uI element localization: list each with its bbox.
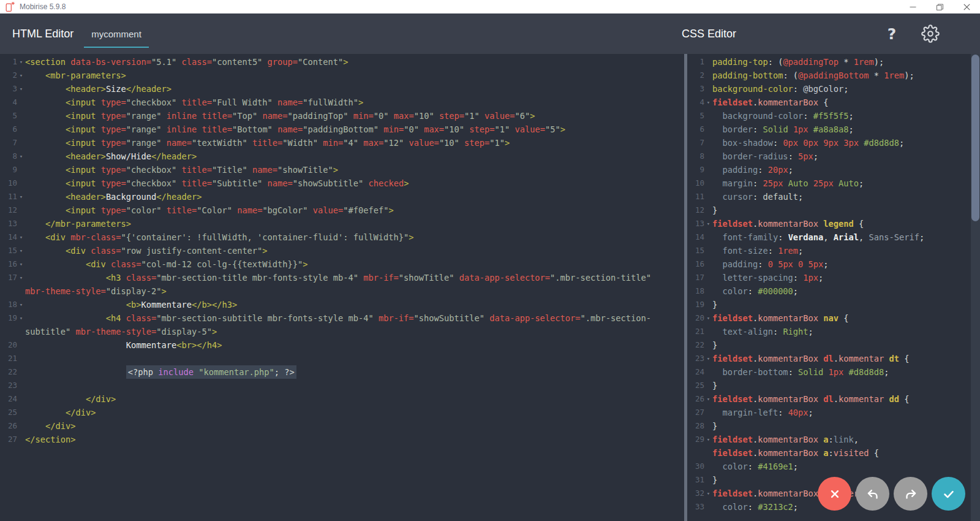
code-line[interactable]: 19▾ <h4 class="mbr-section-subtitle mbr-… [0, 311, 684, 325]
fold-arrow-icon[interactable]: ▾ [17, 230, 25, 244]
code-text[interactable]: } [712, 379, 980, 392]
fold-arrow-icon[interactable]: ▾ [17, 257, 25, 271]
code-text[interactable]: background-color: @bgColor; [712, 82, 980, 96]
cancel-button[interactable] [818, 477, 851, 511]
fold-arrow-icon[interactable]: ▾ [17, 311, 25, 325]
fold-arrow-icon[interactable]: ▾ [17, 271, 25, 284]
code-line[interactable]: fieldset.kommentarBox a:visited { [687, 446, 980, 460]
fold-arrow-icon[interactable]: ▾ [704, 217, 712, 230]
code-text[interactable]: <?php include "kommentar.php"; ?> [25, 365, 684, 379]
fold-arrow-icon[interactable]: ▾ [17, 69, 25, 82]
code-line[interactable]: 25} [687, 379, 980, 392]
code-line[interactable]: 26 </div> [0, 419, 684, 433]
code-text[interactable]: <header>Show/Hide</header> [25, 150, 684, 163]
code-text[interactable]: <input type="range" name="textWidth" tit… [25, 136, 684, 150]
code-line[interactable]: 13 </mbr-parameters> [0, 217, 684, 230]
code-line[interactable]: 17▾ <h3 class="mbr-section-title mbr-fon… [0, 271, 684, 284]
code-text[interactable]: </div> [25, 392, 684, 406]
redo-button[interactable] [894, 477, 927, 511]
code-line[interactable]: 27</section> [0, 433, 684, 446]
maximize-button[interactable] [926, 0, 953, 13]
fold-arrow-icon[interactable]: ▾ [704, 352, 712, 365]
code-text[interactable]: } [712, 298, 980, 311]
code-line[interactable]: 2▾ <mbr-parameters> [0, 69, 684, 82]
tab-mycomment[interactable]: mycomment [84, 21, 149, 48]
code-line[interactable]: 2padding-bottom: (@paddingBottom * 1rem)… [687, 69, 980, 82]
code-text[interactable]: letter-spacing: 1px; [712, 271, 980, 284]
code-text[interactable]: <div mbr-class="{'container': !fullWidth… [25, 230, 684, 244]
code-text[interactable]: padding: 0 5px 0 5px; [712, 257, 980, 271]
fold-arrow-icon[interactable]: ▾ [704, 487, 712, 500]
code-line[interactable]: 11▾ <header>Background</header> [0, 190, 684, 203]
code-line[interactable]: 10 <input type="checkbox" title="Subtitl… [0, 177, 684, 190]
code-line[interactable]: 7 box-shadow: 0px 0px 9px 3px #d8d8d8; [687, 136, 980, 150]
code-line[interactable]: 21 [0, 352, 684, 365]
code-text[interactable]: <input type="range" inline title="Bottom… [25, 123, 684, 136]
code-text[interactable]: Kommentare<br></h4> [25, 338, 684, 352]
css-scrollbar-track[interactable] [971, 54, 980, 521]
code-text[interactable]: <h3 class="mbr-section-title mbr-fonts-s… [25, 271, 684, 284]
undo-button[interactable] [856, 477, 889, 511]
fold-arrow-icon[interactable]: ▾ [17, 82, 25, 96]
code-text[interactable]: padding-bottom: (@paddingBottom * 1rem); [712, 69, 980, 82]
code-text[interactable]: <header>Size</header> [25, 82, 684, 96]
code-line[interactable]: 3background-color: @bgColor; [687, 82, 980, 96]
code-line[interactable]: 13▾fieldset.kommentarBox legend { [687, 217, 980, 230]
help-icon[interactable]: ? [882, 13, 902, 54]
code-line[interactable]: subtitle" mbr-theme-style="display-5"> [0, 325, 684, 338]
code-text[interactable]: <b>Kommentare</b></h3> [25, 298, 684, 311]
code-text[interactable]: padding-top: (@paddingTop * 1rem); [712, 55, 980, 69]
code-text[interactable]: <section data-bs-version="5.1" class="co… [25, 55, 684, 69]
code-text[interactable]: } [712, 419, 980, 433]
code-text[interactable]: margin: 25px Auto 25px Auto; [712, 177, 980, 190]
code-text[interactable]: text-align: Right; [712, 325, 980, 338]
code-line[interactable]: 12} [687, 203, 980, 217]
code-line[interactable]: 22} [687, 338, 980, 352]
fold-arrow-icon[interactable]: ▾ [704, 96, 712, 109]
code-text[interactable]: } [712, 203, 980, 217]
code-line[interactable]: 3▾ <header>Size</header> [0, 82, 684, 96]
css-scrollbar-thumb[interactable] [971, 55, 979, 221]
code-text[interactable]: fieldset.kommentarBox { [712, 96, 980, 109]
code-line[interactable]: 16 padding: 0 5px 0 5px; [687, 257, 980, 271]
code-line[interactable]: 12 <input type="color" title="Color" nam… [0, 203, 684, 217]
css-editor-pane[interactable]: 1padding-top: (@paddingTop * 1rem);2padd… [687, 54, 980, 521]
code-text[interactable]: <input type="checkbox" title="Title" nam… [25, 163, 684, 177]
code-text[interactable]: color: #4169e1; [712, 460, 980, 473]
code-text[interactable]: <input type="color" title="Color" name="… [25, 203, 684, 217]
code-line[interactable]: 10 margin: 25px Auto 25px Auto; [687, 177, 980, 190]
code-text[interactable]: box-shadow: 0px 0px 9px 3px #d8d8d8; [712, 136, 980, 150]
code-line[interactable]: 16▾ <div class="col-md-12 col-lg-{{textW… [0, 257, 684, 271]
code-line[interactable]: 14▾ <div mbr-class="{'container': !fullW… [0, 230, 684, 244]
code-line[interactable]: 18▾ <b>Kommentare</b></h3> [0, 298, 684, 311]
code-line[interactable]: 20▾fieldset.kommentarBox nav { [687, 311, 980, 325]
code-line[interactable]: mbr-theme-style="display-2"> [0, 284, 684, 298]
code-line[interactable]: 24 border-bottom: Solid 1px #d8d8d8; [687, 365, 980, 379]
code-text[interactable]: fieldset.kommentarBox dl.kommentar dd { [712, 392, 980, 406]
code-line[interactable]: 7 <input type="range" name="textWidth" t… [0, 136, 684, 150]
code-line[interactable]: 27 margin-left: 40px; [687, 406, 980, 419]
code-text[interactable]: fieldset.kommentarBox a:link, [712, 433, 980, 446]
fold-arrow-icon[interactable]: ▾ [704, 392, 712, 406]
code-text[interactable]: subtitle" mbr-theme-style="display-5"> [25, 325, 684, 338]
close-icon[interactable] [953, 0, 980, 13]
code-text[interactable]: fieldset.kommentarBox a:visited { [712, 446, 980, 460]
code-line[interactable]: 8 border-radius: 5px; [687, 150, 980, 163]
code-line[interactable]: 22 <?php include "kommentar.php"; ?> [0, 365, 684, 379]
code-text[interactable]: </mbr-parameters> [25, 217, 684, 230]
fold-arrow-icon[interactable]: ▾ [704, 433, 712, 446]
code-line[interactable]: 4▾fieldset.kommentarBox { [687, 96, 980, 109]
fold-arrow-icon[interactable]: ▾ [17, 55, 25, 69]
fold-arrow-icon[interactable]: ▾ [704, 311, 712, 325]
code-text[interactable]: padding: 20px; [712, 163, 980, 177]
code-text[interactable]: border-bottom: Solid 1px #d8d8d8; [712, 365, 980, 379]
code-line[interactable]: 17 letter-spacing: 1px; [687, 271, 980, 284]
code-text[interactable]: </div> [25, 419, 684, 433]
code-text[interactable]: font-size: 1rem; [712, 244, 980, 257]
code-line[interactable]: 28} [687, 419, 980, 433]
code-text[interactable]: font-family: Verdana, Arial, Sans-Serif; [712, 230, 980, 244]
fold-arrow-icon[interactable]: ▾ [17, 150, 25, 163]
fold-arrow-icon[interactable]: ▾ [17, 190, 25, 203]
code-text[interactable] [25, 352, 684, 365]
code-line[interactable]: 23 [0, 379, 684, 392]
